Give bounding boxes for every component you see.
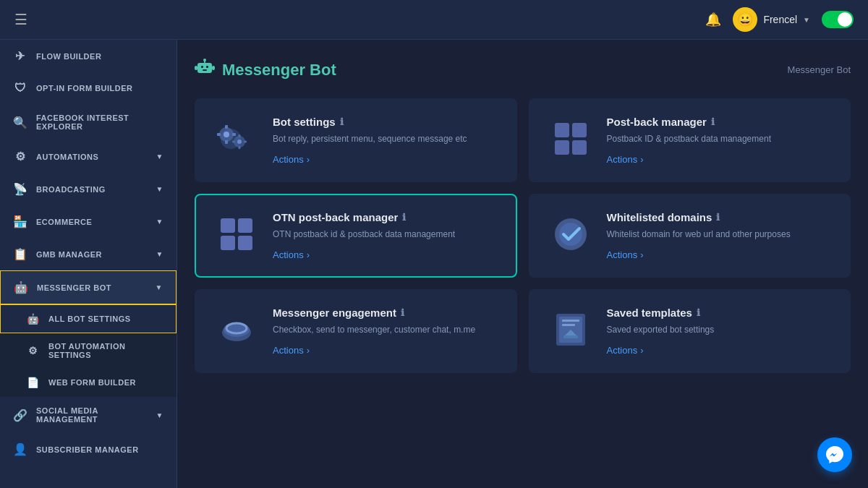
svg-rect-22: [572, 140, 587, 155]
username: Frencel: [763, 14, 797, 25]
sidebar-item-broadcasting[interactable]: 📡 BROADCASTING ▼: [0, 173, 176, 205]
sidebar-item-ecommerce[interactable]: 🏪 ECOMMERCE ▼: [0, 205, 176, 238]
opt-in-form-icon: 🛡: [13, 82, 27, 95]
social-media-caret: ▼: [156, 411, 163, 419]
card-icon-otn: [213, 211, 260, 257]
svg-rect-12: [217, 133, 221, 136]
svg-point-9: [224, 132, 229, 137]
main-content: Messenger Bot Messenger Bot: [177, 40, 868, 488]
card-action-whitelist[interactable]: Actions ›: [607, 249, 833, 260]
automations-caret: ▼: [156, 153, 163, 160]
card-title-post-back: Post-back manager ℹ: [607, 116, 833, 128]
sidebar-sub-item-web-form-builder[interactable]: 📄 WEB FORM BUILDER: [0, 368, 176, 397]
card-action-bot-settings[interactable]: Actions ›: [273, 154, 498, 165]
card-title-otn: OTN post-back manager ℹ: [273, 211, 498, 223]
user-info[interactable]: 😀 Frencel ▼: [733, 7, 810, 32]
sidebar-item-flow-builder[interactable]: ✈ FLOW BUILDER: [0, 40, 176, 72]
card-desc-bot-settings: Bot reply, persistent menu, sequence mes…: [273, 132, 498, 145]
toggle-switch[interactable]: [822, 11, 854, 28]
header-left: ☰: [14, 11, 27, 28]
flow-builder-icon: ✈: [13, 49, 27, 63]
header-right: 🔔 😀 Frencel ▼: [705, 7, 854, 32]
card-desc-templates: Saved exported bot settings: [607, 323, 833, 336]
card-icon-engagement: [213, 307, 260, 353]
top-header: ☰ 🔔 😀 Frencel ▼: [0, 0, 868, 40]
card-desc-engagement: Checkbox, send to messenger, customer ch…: [273, 323, 498, 336]
card-icon-bot-settings: [213, 116, 260, 162]
all-bot-settings-icon: 🤖: [27, 313, 40, 325]
sidebar-item-label: SOCIAL MEDIA MANAGEMENT: [36, 406, 148, 424]
sidebar-sub-item-bot-automation[interactable]: ⚙ BOT AUTOMATION SETTINGS: [0, 333, 176, 368]
card-body-engagement: Messenger engagement ℹ Checkbox, send to…: [273, 307, 498, 356]
gmb-icon: 📋: [13, 247, 27, 261]
sidebar-item-label: MESSENGER BOT: [37, 283, 111, 292]
card-post-back-manager[interactable]: Post-back manager ℹ Postback ID & postba…: [529, 98, 851, 182]
card-icon-post-back: [548, 116, 594, 162]
card-title-bot-settings: Bot settings ℹ: [273, 116, 498, 128]
sidebar-item-label: FACEBOOK INTEREST EXPLORER: [36, 114, 163, 131]
card-action-engagement[interactable]: Actions ›: [273, 345, 498, 356]
sidebar-sub-item-label: BOT AUTOMATION SETTINGS: [48, 342, 163, 359]
svg-rect-21: [555, 140, 569, 155]
card-action-templates[interactable]: Actions ›: [607, 345, 833, 356]
card-saved-templates[interactable]: Saved templates ℹ Saved exported bot set…: [529, 289, 851, 373]
info-icon-bot-settings: ℹ: [340, 116, 344, 127]
social-media-icon: 🔗: [13, 408, 27, 422]
card-action-post-back[interactable]: Actions ›: [607, 154, 833, 165]
sidebar-item-automations[interactable]: ⚙ AUTOMATIONS ▼: [0, 140, 176, 173]
page-title: Messenger Bot: [222, 61, 336, 80]
info-icon-engagement: ℹ: [401, 307, 404, 318]
sidebar-sub-item-label: ALL BOT SETTINGS: [48, 314, 131, 323]
toggle-knob: [838, 12, 852, 27]
hamburger-icon[interactable]: ☰: [14, 11, 27, 28]
bell-icon[interactable]: 🔔: [705, 12, 721, 27]
sidebar-item-messenger-bot[interactable]: 🤖 MESSENGER BOT ▼: [0, 270, 176, 304]
sidebar-item-fb-interest[interactable]: 🔍 FACEBOOK INTEREST EXPLORER: [0, 104, 176, 140]
svg-rect-24: [238, 218, 252, 233]
ecommerce-caret: ▼: [156, 218, 163, 226]
messenger-fab[interactable]: [817, 437, 852, 472]
card-body-post-back: Post-back manager ℹ Postback ID & postba…: [607, 116, 833, 165]
svg-rect-6: [195, 66, 197, 70]
card-title-templates: Saved templates ℹ: [607, 307, 833, 319]
svg-rect-25: [221, 236, 235, 250]
card-desc-whitelist: Whitelist domain for web url and other p…: [607, 228, 833, 241]
info-icon-templates: ℹ: [697, 307, 700, 318]
page-title-area: Messenger Bot: [195, 57, 336, 82]
sidebar-item-label: ECOMMERCE: [36, 218, 92, 226]
card-bot-settings[interactable]: Bot settings ℹ Bot reply, persistent men…: [195, 98, 517, 182]
messenger-bot-submenu: 🤖 ALL BOT SETTINGS ⚙ BOT AUTOMATION SETT…: [0, 304, 176, 397]
messenger-bot-icon: 🤖: [14, 281, 28, 294]
automations-icon: ⚙: [13, 150, 27, 163]
sidebar-item-opt-in-form[interactable]: 🛡 OPT-IN FORM BUILDER: [0, 72, 176, 104]
main-layout: ✈ FLOW BUILDER 🛡 OPT-IN FORM BUILDER 🔍 F…: [0, 40, 868, 488]
svg-rect-15: [239, 134, 241, 137]
sidebar-item-gmb-manager[interactable]: 📋 GMB MANAGER ▼: [0, 238, 176, 270]
broadcasting-caret: ▼: [156, 185, 163, 193]
card-whitelisted-domains[interactable]: Whitelisted domains ℹ Whitelist domain f…: [529, 194, 851, 278]
cards-grid: Bot settings ℹ Bot reply, persistent men…: [195, 98, 851, 373]
svg-rect-17: [232, 141, 235, 143]
card-title-whitelist: Whitelisted domains ℹ: [607, 211, 833, 223]
card-otn-post-back[interactable]: OTN post-back manager ℹ OTN postback id …: [195, 194, 517, 278]
card-desc-otn: OTN postback id & postback data manageme…: [273, 228, 498, 241]
svg-rect-36: [563, 335, 578, 338]
svg-rect-13: [232, 133, 236, 136]
card-messenger-engagement[interactable]: Messenger engagement ℹ Checkbox, send to…: [195, 289, 517, 373]
bot-automation-icon: ⚙: [27, 345, 40, 356]
sidebar-item-social-media[interactable]: 🔗 SOCIAL MEDIA MANAGEMENT ▼: [0, 397, 176, 433]
card-action-otn[interactable]: Actions ›: [273, 249, 498, 260]
svg-rect-1: [201, 66, 203, 68]
sidebar-sub-item-all-bot-settings[interactable]: 🤖 ALL BOT SETTINGS: [0, 304, 176, 333]
sidebar-item-label: AUTOMATIONS: [36, 153, 98, 161]
svg-rect-19: [555, 123, 569, 137]
sidebar-item-subscriber[interactable]: 👤 SUBSCRIBER MANAGER: [0, 433, 176, 466]
sidebar: ✈ FLOW BUILDER 🛡 OPT-IN FORM BUILDER 🔍 F…: [0, 40, 177, 488]
card-body-otn: OTN post-back manager ℹ OTN postback id …: [273, 211, 498, 260]
card-body-bot-settings: Bot settings ℹ Bot reply, persistent men…: [273, 116, 498, 165]
page-header: Messenger Bot Messenger Bot: [195, 57, 851, 82]
fb-interest-icon: 🔍: [13, 116, 27, 129]
sidebar-sub-item-label: WEB FORM BUILDER: [48, 378, 136, 387]
svg-rect-2: [206, 66, 208, 68]
page-title-icon: [195, 57, 215, 82]
